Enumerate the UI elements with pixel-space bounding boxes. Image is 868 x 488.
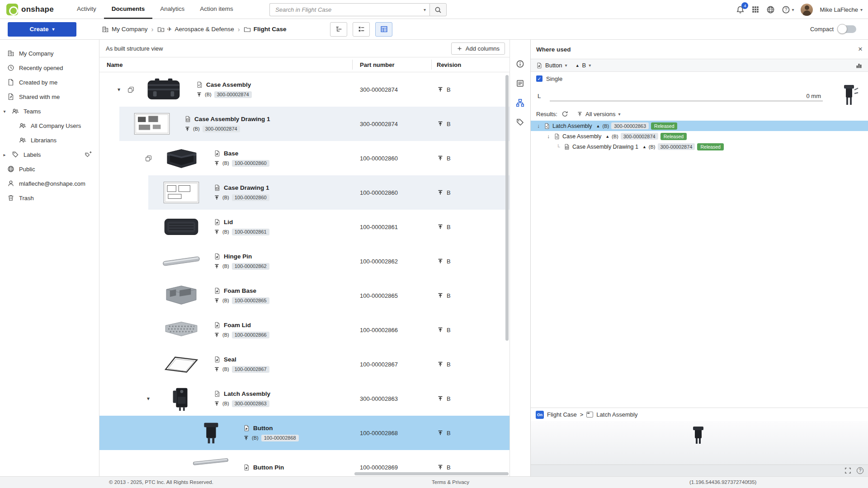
part-icon: [214, 322, 221, 328]
globe-icon: [7, 165, 14, 173]
revision-filter-dropdown[interactable]: ▲ B ▾: [576, 62, 591, 69]
column-separator[interactable]: [431, 60, 432, 70]
row-case-assembly[interactable]: ▾ Case Assembly: [99, 72, 509, 107]
released-state-icon: [437, 86, 443, 93]
sidebar-item-teams[interactable]: ▾ Teams: [0, 104, 99, 118]
caret-right-icon[interactable]: ▸: [2, 152, 7, 157]
row-name: Button: [253, 425, 273, 432]
row-foam-lid[interactable]: Foam Lid (B) 100-00002866 100-00002866 B: [99, 313, 509, 347]
drawing-icon: [564, 144, 570, 150]
sidebar-item-all-company-users[interactable]: All Company Users: [0, 118, 99, 133]
create-button[interactable]: Create ▾: [8, 22, 76, 37]
parameter-input[interactable]: [550, 101, 823, 101]
row-button[interactable]: Button (B) 100-00002868 100-00002868 B: [99, 416, 509, 450]
close-icon[interactable]: ×: [858, 45, 863, 54]
terms-privacy-link[interactable]: Terms & Privacy: [432, 477, 469, 488]
notifications-button[interactable]: 4: [736, 5, 745, 14]
preview-tab-link[interactable]: Latch Assembly: [596, 411, 637, 418]
drawing-icon: [214, 184, 221, 191]
where-used-panel: Where used × Button ▾ ▲ B ▾ ✓ Single L 0…: [530, 40, 868, 476]
released-state-icon: [437, 395, 443, 402]
preview-document-link[interactable]: Flight Case: [547, 411, 577, 418]
app-grid-icon[interactable]: [751, 5, 760, 14]
breadcrumb-folder[interactable]: ✈ Aerospace & Defense: [157, 26, 234, 33]
sidebar-item-label: Public: [19, 166, 35, 173]
onshape-logo[interactable]: onshape: [6, 4, 54, 15]
sidebar-item-shared-with-me[interactable]: Shared with me: [0, 89, 99, 104]
refresh-icon[interactable]: [561, 111, 568, 117]
add-columns-button[interactable]: Add columns: [451, 42, 505, 55]
label-icon[interactable]: [516, 118, 524, 127]
sidebar-item-public[interactable]: Public: [0, 162, 99, 176]
column-revision[interactable]: Revision: [431, 61, 461, 68]
column-name[interactable]: Name: [99, 61, 352, 68]
row-base[interactable]: Base (B) 100-00002860 100-00002860 B: [99, 141, 509, 175]
nav-action-items[interactable]: Action items: [192, 0, 241, 19]
expand-arrow-icon[interactable]: ↓: [535, 123, 542, 129]
breadcrumb-my-company[interactable]: My Company: [102, 26, 148, 33]
avatar[interactable]: [801, 4, 813, 16]
nav-activity[interactable]: Activity: [69, 0, 104, 19]
add-columns-label: Add columns: [466, 45, 500, 52]
horizontal-scrollbar[interactable]: [354, 472, 509, 475]
vertical-scrollbar[interactable]: [505, 75, 509, 341]
nav-analytics[interactable]: Analytics: [152, 0, 192, 19]
part-icon: [214, 253, 221, 260]
sidebar-item-librarians[interactable]: Librarians: [0, 133, 99, 147]
fit-view-icon[interactable]: [844, 467, 851, 474]
chevron-down-icon: ▾: [52, 27, 55, 32]
row-foam-base[interactable]: Foam Base (B) 100-00002865 100-00002865 …: [99, 278, 509, 313]
user-menu[interactable]: Mike LaFleche ▾: [820, 6, 863, 13]
caret-down-icon[interactable]: ▾: [142, 395, 154, 402]
tree-view-button[interactable]: [330, 22, 347, 37]
list-view-button[interactable]: [353, 22, 370, 37]
revision-value: B: [447, 327, 451, 333]
row-name: Case Assembly Drawing 1: [194, 116, 270, 122]
structure-view-button[interactable]: [375, 22, 392, 37]
row-case-drawing-1[interactable]: Case Drawing 1 (B) 100-00002860 100-0000…: [99, 175, 509, 210]
column-part-number[interactable]: Part number: [352, 61, 431, 68]
search-scope-chevron-icon[interactable]: ▾: [424, 7, 426, 12]
row-hinge-pin[interactable]: Hinge Pin (B) 100-00002862 100-00002862 …: [99, 244, 509, 278]
row-case-assembly-drawing-1[interactable]: Case Assembly Drawing 1 (B) 300-00002874…: [99, 107, 509, 141]
preview-3d-canvas[interactable]: [531, 421, 868, 465]
all-versions-dropdown[interactable]: All versions ▾: [577, 111, 621, 117]
info-icon[interactable]: [516, 60, 524, 68]
row-seal[interactable]: Seal (B) 100-00002867 100-00002867 B: [99, 347, 509, 381]
building-icon: [102, 26, 109, 33]
caret-down-icon[interactable]: ▾: [113, 86, 125, 93]
where-used-row-case-assembly[interactable]: ↓ Case Assembly ▲ (B) 300-00002874 Relea…: [531, 131, 868, 141]
help-menu[interactable]: ▾: [782, 5, 794, 14]
notification-count-badge: 4: [741, 2, 748, 9]
document-icon: [7, 79, 14, 86]
sidebar-item-user-email[interactable]: mlafleche@onshape.com: [0, 176, 99, 191]
globe-icon[interactable]: [766, 5, 775, 14]
activity-feed-icon[interactable]: [516, 79, 524, 88]
nav-documents[interactable]: Documents: [104, 0, 153, 19]
label-icon: [12, 151, 19, 158]
search-button[interactable]: [429, 3, 447, 16]
expand-arrow-icon[interactable]: ↓: [545, 133, 552, 140]
sidebar-item-trash[interactable]: Trash: [0, 191, 99, 205]
search-box[interactable]: ▾: [269, 3, 429, 16]
row-latch-assembly[interactable]: ▾ Latch Assembly (B) 300: [99, 381, 509, 416]
sidebar-item-labels[interactable]: ▸ Labels: [0, 147, 99, 162]
where-used-row-latch-assembly[interactable]: ↓ Latch Assembly ▲ (B) 300-00002863 Rele…: [531, 121, 868, 131]
breadcrumb-flight-case[interactable]: Flight Case: [244, 26, 287, 33]
where-used-icon[interactable]: [516, 99, 524, 107]
compact-toggle[interactable]: [838, 25, 856, 33]
part-number-badge: 100-00002860: [232, 194, 269, 201]
search-input[interactable]: [275, 6, 424, 13]
sidebar-item-recently-opened[interactable]: Recently opened: [0, 61, 99, 75]
row-lid[interactable]: Lid (B) 100-00002861 100-00002861 B: [99, 210, 509, 244]
sidebar-item-created-by-me[interactable]: Created by me: [0, 75, 99, 89]
column-separator[interactable]: [352, 60, 353, 70]
sidebar-item-my-company[interactable]: My Company: [0, 46, 99, 61]
part-filter-dropdown[interactable]: Button ▾: [536, 62, 567, 69]
columns-chart-icon[interactable]: [855, 62, 863, 69]
add-label-button[interactable]: [85, 151, 92, 158]
caret-down-icon[interactable]: ▾: [2, 109, 7, 114]
where-used-row-case-assembly-drawing[interactable]: └ Case Assembly Drawing 1 ▲ (B) 300-0000…: [531, 141, 868, 152]
help-icon[interactable]: ?: [857, 467, 863, 474]
single-checkbox[interactable]: ✓: [536, 75, 542, 82]
